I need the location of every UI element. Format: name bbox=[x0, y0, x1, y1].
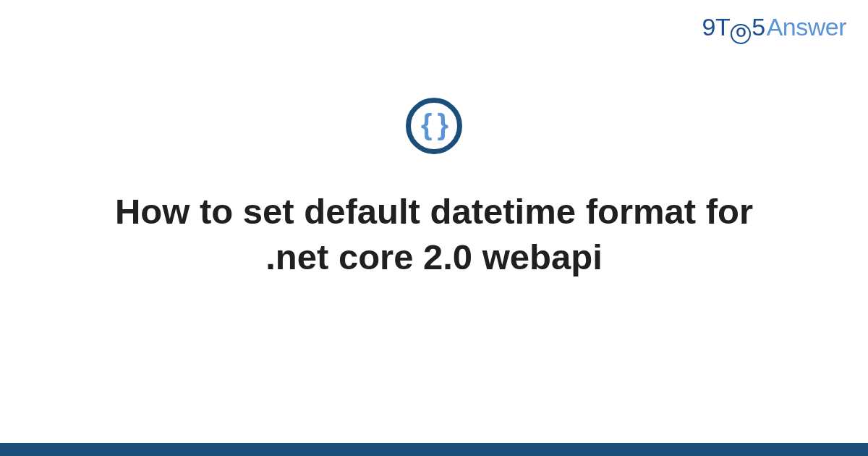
clock-icon-label: O bbox=[736, 25, 746, 41]
footer-accent-bar bbox=[0, 443, 868, 456]
page-title: How to set default datetime format for .… bbox=[72, 189, 796, 279]
clock-icon: O bbox=[731, 24, 751, 44]
brand-part-answer: Answer bbox=[767, 13, 846, 41]
code-braces-icon: { } bbox=[421, 109, 447, 141]
brand-part-t: T bbox=[715, 13, 730, 41]
category-badge: { } bbox=[406, 98, 462, 154]
main-content: { } How to set default datetime format f… bbox=[0, 98, 868, 279]
brand-part-nine: 9 bbox=[702, 13, 715, 41]
site-brand-logo[interactable]: 9 T O 5 Answer bbox=[702, 13, 847, 42]
brand-part-five: 5 bbox=[752, 13, 765, 41]
